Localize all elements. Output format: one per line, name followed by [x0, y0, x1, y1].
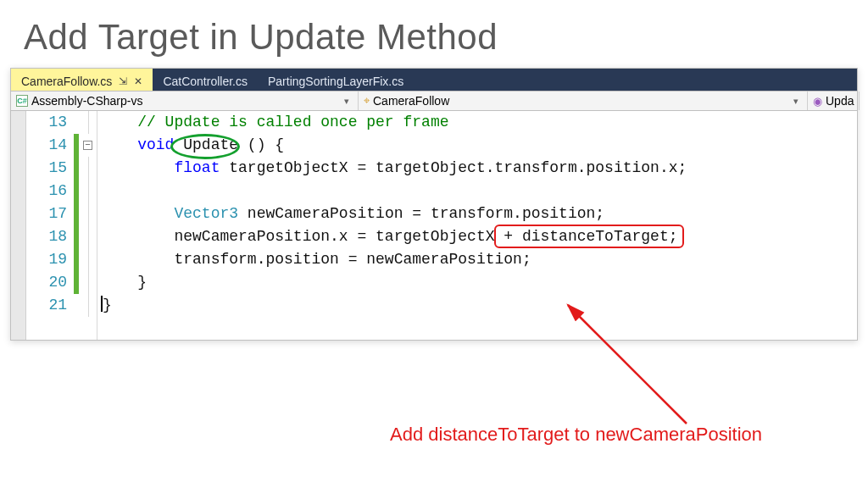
tab-partingsortinglayerfix[interactable]: PartingSortingLayerFix.cs	[258, 69, 414, 91]
tab-catcontroller[interactable]: CatController.cs	[153, 69, 258, 91]
code-text: transform.position = newCameraPosition;	[174, 251, 531, 268]
fold-toggle-icon[interactable]: −	[83, 141, 92, 150]
code-keyword: void	[137, 136, 174, 153]
annotation-callout: Add distanceToTarget to newCameraPositio…	[390, 424, 762, 446]
editor-frame: CameraFollow.cs ⇲ ✕ CatController.cs Par…	[10, 68, 858, 341]
code-body[interactable]: // Update is called once per frame void …	[97, 111, 857, 340]
crumb-project[interactable]: C# Assembly-CSharp-vs ▾	[11, 92, 359, 110]
code-text: newCameraPosition = transform.position;	[238, 205, 604, 222]
tab-label: PartingSortingLayerFix.cs	[268, 75, 403, 88]
navigation-bar: C# Assembly-CSharp-vs ▾ ⌖ CameraFollow ▾…	[11, 91, 857, 111]
fold-gutter: −	[79, 111, 97, 340]
code-type: Vector3	[174, 205, 238, 222]
crumb-project-label: Assembly-CSharp-vs	[31, 94, 142, 108]
chevron-down-icon: ▾	[793, 96, 802, 107]
crumb-method[interactable]: ◉ Upda	[808, 92, 860, 110]
slide-title: Add Target in Update Method	[0, 0, 868, 68]
csharp-icon: C#	[16, 95, 28, 107]
class-icon: ⌖	[364, 94, 370, 108]
code-text: Update () {	[174, 136, 284, 153]
outline-margin	[11, 111, 26, 340]
crumb-class[interactable]: ⌖ CameraFollow ▾	[359, 92, 808, 110]
code-text: targetObjectX = targetObject.transform.p…	[220, 159, 687, 176]
close-icon[interactable]: ✕	[134, 75, 142, 87]
tab-bar: CameraFollow.cs ⇲ ✕ CatController.cs Par…	[11, 69, 857, 91]
code-keyword: float	[174, 159, 220, 176]
method-icon: ◉	[813, 95, 822, 108]
code-text: }	[103, 297, 112, 313]
code-editor[interactable]: 13 14 15 16 17 18 19 20 21 −	[11, 111, 857, 340]
pin-icon[interactable]: ⇲	[119, 75, 127, 87]
code-line: // Update is called once per frame	[137, 114, 448, 130]
code-text: newCameraPosition.x = targetObjectX + di…	[174, 228, 677, 245]
crumb-method-label: Upda	[826, 94, 854, 108]
tab-label: CatController.cs	[163, 75, 248, 88]
line-number-gutter: 13 14 15 16 17 18 19 20 21	[26, 111, 74, 340]
tab-label: CameraFollow.cs	[21, 75, 112, 88]
code-text: }	[101, 274, 147, 291]
chevron-down-icon: ▾	[344, 96, 353, 107]
tab-camerafollow[interactable]: CameraFollow.cs ⇲ ✕	[11, 69, 153, 91]
crumb-class-label: CameraFollow	[373, 94, 449, 108]
